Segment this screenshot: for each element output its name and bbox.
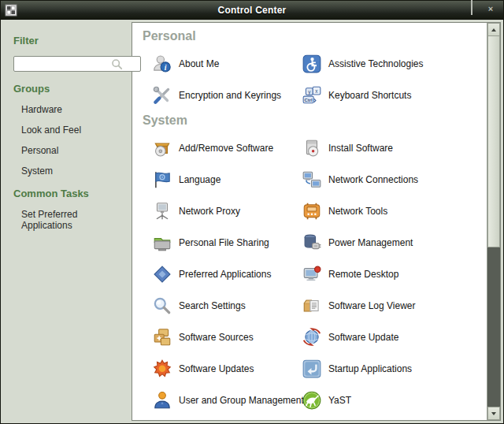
launcher-install-software[interactable]: Install Software — [302, 138, 484, 158]
launcher-label: Software Updates — [179, 363, 254, 374]
filter-label: Filter — [13, 35, 122, 46]
software-update-icon — [302, 327, 322, 348]
launcher-software-update[interactable]: Software Update — [302, 327, 484, 348]
vertical-scrollbar[interactable] — [487, 23, 500, 420]
launcher-software-updates[interactable]: Software Updates — [152, 359, 302, 379]
add-remove-software-icon — [152, 138, 172, 158]
sidebar-item-system[interactable]: System — [21, 166, 122, 177]
launcher-grid-system: Add/Remove SoftwareInstall SoftwareLangu… — [143, 132, 484, 416]
launcher-label: Personal File Sharing — [179, 237, 269, 248]
main-panel: PersonaliAbout MeAssistive TechnologiesE… — [132, 23, 487, 420]
sidebar-heading-groups: Groups — [13, 83, 122, 95]
sidebar-heading-common-tasks: Common Tasks — [13, 188, 122, 199]
user-group-management-icon — [152, 390, 172, 411]
launcher-power-management[interactable]: Power Management — [302, 232, 484, 253]
scrollbar-trough[interactable] — [487, 247, 500, 407]
launcher-label: Startup Applications — [328, 363, 412, 374]
arrow-up-icon — [491, 28, 496, 32]
section-title-system: System — [143, 113, 484, 128]
launcher-assistive-technologies[interactable]: Assistive Technologies — [302, 54, 484, 74]
launcher-label: Search Settings — [179, 300, 246, 311]
launcher-label: Network Tools — [328, 206, 387, 217]
launcher-personal-file-sharing[interactable]: Personal File Sharing — [152, 232, 302, 253]
software-log-viewer-icon — [302, 296, 322, 316]
launcher-label: Power Management — [328, 237, 413, 248]
launcher-label: Language — [179, 174, 220, 185]
close-icon: × — [488, 1, 493, 15]
launcher-software-sources[interactable]: Software Sources — [152, 327, 302, 348]
sidebar-item-set-preferred-applications[interactable]: Set Preferred Applications — [21, 209, 122, 231]
launcher-remote-desktop[interactable]: Remote Desktop — [302, 264, 484, 285]
launcher-label: Preferred Applications — [179, 269, 271, 280]
power-management-icon — [302, 232, 322, 253]
launcher-label: Software Log Viewer — [328, 300, 416, 311]
scroll-down-button[interactable] — [487, 407, 500, 420]
window-controls: × — [448, 6, 503, 15]
yast-icon — [302, 390, 322, 411]
launcher-label: Software Update — [328, 332, 398, 343]
scrollbar-track[interactable] — [487, 36, 500, 407]
magnifier-icon — [111, 58, 123, 70]
sidebar-item-hardware[interactable]: Hardware — [21, 104, 122, 115]
launcher-keyboard-shortcuts[interactable]: xyCtrlKeyboard Shortcuts — [302, 85, 484, 106]
close-button[interactable]: × — [486, 6, 495, 15]
launcher-label: Assistive Technologies — [328, 58, 424, 69]
launcher-grid-personal: iAbout MeAssistive TechnologiesEncryptio… — [143, 48, 484, 111]
search-settings-icon — [152, 296, 172, 316]
launcher-search-settings[interactable]: Search Settings — [152, 296, 302, 316]
control-center-window: Control Center × Filter GroupsHardwareLo… — [0, 0, 504, 424]
maximize-icon — [471, 1, 472, 15]
personal-file-sharing-icon — [152, 232, 172, 253]
control-center-grid-icon — [5, 4, 17, 17]
window-title: Control Center — [1, 5, 503, 16]
software-updates-icon — [152, 359, 172, 379]
about-me-icon: i — [152, 54, 172, 74]
launcher-network-proxy[interactable]: Network Proxy — [152, 201, 302, 221]
minimize-button[interactable] — [448, 6, 458, 15]
window-body: Filter GroupsHardwareLook and FeelPerson… — [1, 20, 503, 423]
assistive-technologies-icon — [302, 54, 322, 74]
launcher-yast[interactable]: YaST — [302, 390, 484, 411]
network-proxy-icon — [152, 201, 172, 221]
launcher-software-log-viewer[interactable]: Software Log Viewer — [302, 296, 484, 316]
launcher-startup-applications[interactable]: Startup Applications — [302, 359, 484, 379]
sidebar-item-look-and-feel[interactable]: Look and Feel — [21, 125, 122, 136]
sidebar-item-personal[interactable]: Personal — [21, 145, 122, 156]
launcher-network-tools[interactable]: Network Tools — [302, 201, 484, 221]
launcher-add-remove-software[interactable]: Add/Remove Software — [152, 138, 302, 158]
arrow-down-icon — [491, 412, 496, 415]
scroll-up-button[interactable] — [487, 23, 500, 36]
network-tools-icon — [302, 201, 322, 221]
launcher-user-and-group-management[interactable]: User and Group Management — [152, 390, 302, 411]
svg-text:i: i — [165, 63, 167, 72]
launcher-label: Network Connections — [328, 174, 418, 185]
encryption-keyrings-icon — [152, 85, 172, 106]
titlebar[interactable]: Control Center × — [1, 1, 503, 20]
maximize-button[interactable] — [467, 6, 476, 15]
language-icon — [152, 169, 172, 190]
launcher-label: Software Sources — [179, 332, 254, 343]
startup-applications-icon — [302, 359, 322, 379]
launcher-network-connections[interactable]: Network Connections — [302, 169, 484, 190]
launcher-label: Network Proxy — [179, 206, 240, 217]
section-title-personal: Personal — [143, 29, 484, 43]
sidebar: Filter GroupsHardwareLook and FeelPerson… — [3, 22, 132, 421]
launcher-label: Install Software — [328, 143, 393, 154]
launcher-label: YaST — [328, 395, 351, 406]
filter-search-box — [13, 56, 122, 72]
scrollbar-thumb[interactable] — [487, 36, 500, 247]
remote-desktop-icon — [302, 264, 322, 285]
launcher-label: Encryption and Keyrings — [179, 90, 281, 101]
install-software-icon — [302, 138, 322, 158]
svg-text:Ctrl: Ctrl — [305, 98, 313, 102]
launcher-about-me[interactable]: iAbout Me — [152, 54, 302, 74]
launcher-encryption-and-keyrings[interactable]: Encryption and Keyrings — [152, 85, 302, 106]
launcher-language[interactable]: Language — [152, 169, 302, 190]
keyboard-shortcuts-icon: xyCtrl — [302, 85, 322, 106]
launcher-label: User and Group Management — [179, 395, 304, 406]
launcher-preferred-applications[interactable]: Preferred Applications — [152, 264, 302, 285]
content-frame: PersonaliAbout MeAssistive TechnologiesE… — [132, 22, 501, 421]
software-sources-icon — [152, 327, 172, 348]
launcher-label: Add/Remove Software — [179, 143, 273, 154]
preferred-applications-icon — [152, 264, 172, 285]
